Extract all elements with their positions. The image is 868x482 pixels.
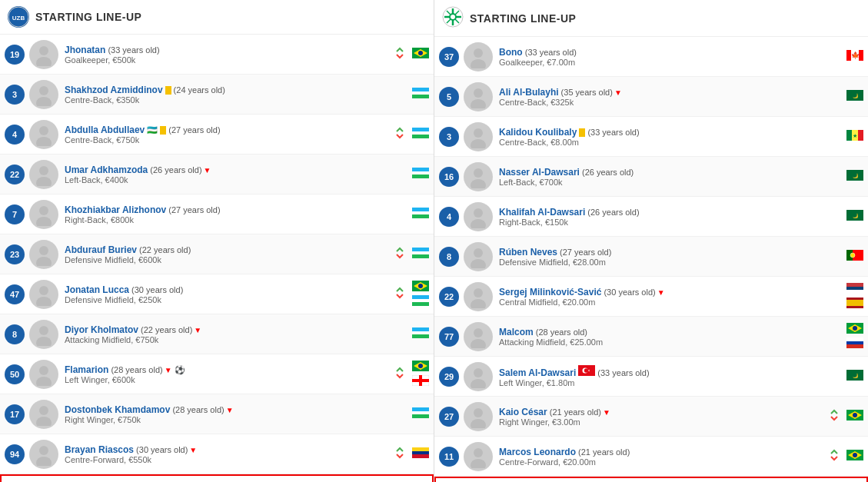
svg-point-32 xyxy=(39,286,48,295)
flag-icon xyxy=(412,48,429,61)
svg-point-83 xyxy=(474,168,483,178)
svg-rect-102 xyxy=(846,300,863,306)
left-footer: Foreigners: 4 (36.4%) Avg. age: 27.7 Pur… xyxy=(0,474,434,482)
player-name[interactable]: Marcos Leonardo xyxy=(499,447,576,457)
svg-point-36 xyxy=(418,284,423,288)
player-info: Jhonatan (33 years old)Goalkeeper, €500k xyxy=(65,45,394,65)
player-name-line: Malcom (28 years old) xyxy=(499,327,843,337)
player-photo xyxy=(464,42,493,71)
player-name[interactable]: Kaio César xyxy=(499,407,547,417)
flag-icon xyxy=(846,250,863,263)
player-name[interactable]: Umar Adkhamzoda xyxy=(65,165,148,175)
player-photo xyxy=(29,400,58,429)
flag-icon xyxy=(412,88,429,101)
shirt-number: 77 xyxy=(439,327,459,347)
player-details: Goalkeeper, €500k xyxy=(65,55,394,65)
player-details: Left Winger, €1.80m xyxy=(499,378,843,387)
player-name[interactable]: Khozhiakbar Alizhonov xyxy=(65,204,166,215)
player-row: 17 Dostonbek Khamdamov (28 years old)▼Ri… xyxy=(0,394,434,434)
player-age: (21 years old) xyxy=(576,447,630,457)
shirt-number: 22 xyxy=(5,165,25,184)
player-info: Jonatan Lucca (30 years old)Defensive Mi… xyxy=(65,284,394,304)
player-name[interactable]: Jhonatan xyxy=(65,45,105,55)
player-name[interactable]: Nasser Al-Dawsari xyxy=(499,167,580,178)
shirt-number: 50 xyxy=(5,364,25,384)
svg-point-12 xyxy=(39,126,48,135)
player-row: 5 Ali Al-Bulayhi (35 years old)▼Centre-B… xyxy=(434,77,868,117)
svg-point-58 xyxy=(39,446,48,455)
shirt-number: 8 xyxy=(5,324,25,344)
player-row: 3 Kalidou Koulibaly (33 years old)Centre… xyxy=(434,117,868,157)
svg-point-77 xyxy=(474,128,483,138)
player-age: (28 years old) xyxy=(170,405,224,414)
svg-point-7 xyxy=(39,86,48,95)
player-photo xyxy=(464,442,493,471)
player-age: (27 years old) xyxy=(166,125,220,135)
player-name[interactable]: Flamarion xyxy=(65,364,108,375)
svg-point-67 xyxy=(474,48,483,58)
shirt-number: 4 xyxy=(439,207,459,227)
player-row: 8 Diyor Kholmatov (22 years old)▼Attacki… xyxy=(0,314,434,354)
player-name[interactable]: Abdurauf Buriev xyxy=(65,244,137,255)
player-flags xyxy=(846,323,863,351)
svg-point-120 xyxy=(474,408,483,417)
player-row: 3 Shakhzod Azmiddinov (24 years old)Cent… xyxy=(0,75,434,115)
player-name[interactable]: Diyor Kholmatov xyxy=(65,324,138,335)
player-name[interactable]: Sergej Milinković-Savić xyxy=(499,287,601,298)
player-name[interactable]: Rúben Neves xyxy=(499,247,557,258)
player-name-line: Jhonatan (33 years old) xyxy=(65,45,394,55)
svg-rect-44 xyxy=(412,334,429,338)
player-age: (26 years old) xyxy=(148,165,201,175)
svg-rect-56 xyxy=(412,411,429,414)
player-name[interactable]: Salem Al-Dawsari xyxy=(499,367,576,378)
yellow-card-icon xyxy=(165,86,171,95)
svg-point-124 xyxy=(853,413,857,417)
player-name[interactable]: Jonatan Lucca xyxy=(65,284,129,295)
substitution-icon xyxy=(394,127,406,141)
flag-icon: 🌙 xyxy=(846,90,863,103)
flag-icon xyxy=(412,128,429,141)
player-name[interactable]: Dostonbek Khamdamov xyxy=(65,404,170,415)
player-name[interactable]: Ali Al-Bulayhi xyxy=(499,87,559,98)
player-name[interactable]: Shakhzod Azmiddinov xyxy=(65,85,163,95)
player-name[interactable]: Brayan Riascos xyxy=(65,444,134,455)
right-team-header: STARTING LINE-UP xyxy=(434,0,868,37)
player-name[interactable]: Abdulla Abdullaev xyxy=(65,125,145,135)
player-info: Nasser Al-Dawsari (26 years old)Left-Bac… xyxy=(499,167,843,187)
player-info: Salem Al-Dawsari (33 years old)Left Wing… xyxy=(499,365,843,387)
flag-icon: 🌙 xyxy=(846,170,863,183)
svg-rect-110 xyxy=(846,341,863,344)
left-team-header: UZB STARTING LINE-UP xyxy=(0,0,434,35)
player-flags: 🍁 xyxy=(846,50,863,63)
svg-rect-42 xyxy=(412,327,429,331)
substitution-icon xyxy=(394,287,406,301)
svg-rect-38 xyxy=(412,299,429,302)
flag-icon xyxy=(412,375,429,388)
player-name[interactable]: Malcom xyxy=(499,327,534,337)
flag-icon xyxy=(412,295,429,308)
flag-icon xyxy=(846,323,863,336)
svg-rect-109 xyxy=(846,337,863,341)
player-name[interactable]: Khalifah Al-Dawsari xyxy=(499,207,585,218)
svg-point-84 xyxy=(471,179,486,188)
svg-point-96 xyxy=(474,288,483,298)
player-name-line: Dostonbek Khamdamov (28 years old)▼ xyxy=(65,404,409,415)
player-info: Rúben Neves (27 years old)Defensive Midf… xyxy=(499,247,843,267)
player-name[interactable]: Bono xyxy=(499,47,523,58)
player-flags: 🌙 xyxy=(846,170,863,183)
substitution-icon xyxy=(394,247,406,261)
player-row: 4 Abdulla Abdullaev🇺🇿 (27 years old)Cent… xyxy=(0,115,434,155)
player-info: Kalidou Koulibaly (33 years old)Centre-B… xyxy=(499,127,843,147)
flag-icon xyxy=(412,281,429,294)
flag-icon xyxy=(846,298,863,311)
player-name-line: Abdulla Abdullaev🇺🇿 (27 years old) xyxy=(65,125,394,135)
svg-rect-103 xyxy=(846,306,863,308)
svg-point-33 xyxy=(36,297,52,306)
svg-rect-111 xyxy=(846,344,863,348)
player-row: 4 Khalifah Al-Dawsari (26 years old)Righ… xyxy=(434,197,868,237)
player-name[interactable]: Kalidou Koulibaly xyxy=(499,127,577,138)
player-age: (33 years old) xyxy=(523,48,577,57)
right-team-panel: STARTING LINE-UP 37 Bono (33 years old)G… xyxy=(434,0,868,482)
player-name-line: Marcos Leonardo (21 years old) xyxy=(499,447,828,457)
player-details: Defensive Midfield, €250k xyxy=(65,295,394,304)
